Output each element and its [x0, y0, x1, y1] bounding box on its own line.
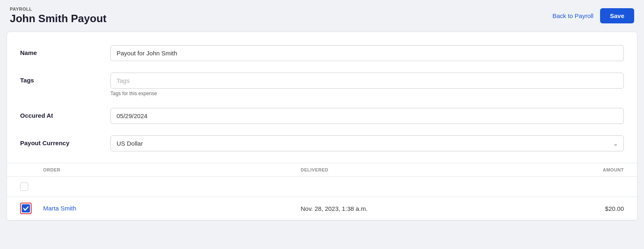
order-link[interactable]: Marta Smith — [43, 205, 76, 212]
currency-row: Payout Currency US Dollar ⌄ — [20, 135, 624, 151]
table-header-checkbox-row — [7, 177, 637, 197]
col-header-checkbox — [20, 167, 43, 172]
row-checkbox-wrapper[interactable] — [20, 203, 32, 214]
col-header-order: ORDER — [43, 167, 301, 172]
header-left: PAYROLL John Smith Payout — [10, 7, 106, 25]
back-to-payroll-link[interactable]: Back to Payroll — [552, 12, 594, 19]
header-right: Back to Payroll Save — [552, 8, 634, 23]
header-checkbox-cell — [20, 183, 43, 191]
row-delivered-cell: Nov. 28, 2023, 1:38 a.m. — [301, 205, 559, 212]
save-button[interactable]: Save — [600, 8, 634, 23]
tags-input[interactable] — [110, 73, 624, 89]
row-amount-cell: $20.00 — [558, 205, 624, 212]
tags-hint: Tags for this expense — [110, 91, 624, 96]
page-title: John Smith Payout — [10, 12, 106, 25]
col-header-delivered: DELIVERED — [301, 167, 559, 172]
tags-label: Tags — [20, 73, 110, 84]
tags-field: Tags for this expense — [110, 73, 624, 96]
table-section: ORDER DELIVERED AMOUNT — [7, 163, 637, 220]
select-all-checkbox[interactable] — [20, 183, 28, 191]
occurred-input[interactable] — [110, 108, 624, 124]
page-header: PAYROLL John Smith Payout Back to Payrol… — [0, 0, 644, 32]
table-header: ORDER DELIVERED AMOUNT — [7, 163, 637, 177]
row-order-cell: Marta Smith — [43, 205, 301, 212]
main-card: Name Tags Tags for this expense Occured … — [7, 32, 637, 221]
page-subtitle: PAYROLL — [10, 7, 106, 11]
currency-label: Payout Currency — [20, 135, 110, 146]
currency-field: US Dollar ⌄ — [110, 135, 624, 151]
name-input[interactable] — [110, 45, 624, 61]
checkmark-icon — [23, 206, 29, 211]
occurred-label: Occured At — [20, 108, 110, 119]
row-checkbox-cell — [20, 203, 43, 214]
row-checkbox-checked — [22, 204, 30, 212]
name-label: Name — [20, 45, 110, 56]
name-field — [110, 45, 624, 61]
table-row: Marta Smith Nov. 28, 2023, 1:38 a.m. $20… — [7, 197, 637, 220]
col-header-amount: AMOUNT — [558, 167, 624, 172]
tags-row: Tags Tags for this expense — [20, 73, 624, 96]
name-row: Name — [20, 45, 624, 61]
currency-select-wrapper: US Dollar ⌄ — [110, 135, 624, 151]
occurred-field — [110, 108, 624, 124]
currency-select[interactable]: US Dollar — [110, 135, 624, 151]
occurred-row: Occured At — [20, 108, 624, 124]
